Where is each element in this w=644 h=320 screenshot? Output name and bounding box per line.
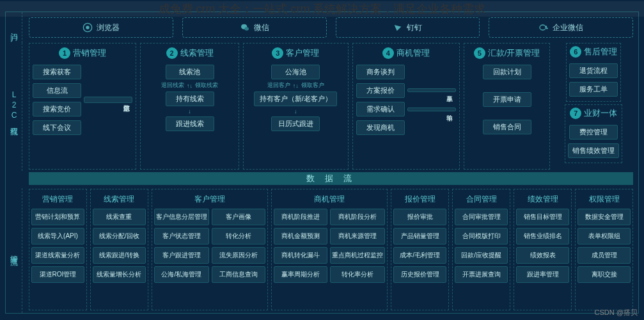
arrow-down-icon: ↓ <box>294 108 297 115</box>
group-title: 商机管理 <box>397 47 430 59</box>
portal-label: 浏览器 <box>97 22 120 33</box>
mgmt-header: 线索管理 <box>93 192 146 209</box>
portal-browser[interactable]: 浏览器 <box>29 17 173 38</box>
node-sea-pool[interactable]: 公海池 <box>271 65 320 79</box>
mgmt-item[interactable]: 赢率周期分析 <box>274 266 327 283</box>
portal-wechat[interactable]: 微信 <box>182 17 327 38</box>
mgmt-header: 绩效管理 <box>516 192 569 209</box>
l2c-area: 1 营销管理 搜索获客 信息流 搜索竞价 线下会议 数据汇总 2 线索管理 线索… <box>29 43 633 170</box>
mgmt-item[interactable]: 成员管理 <box>577 247 631 264</box>
mgmt-item[interactable]: 开票进展查询 <box>455 266 508 283</box>
mgmt-item[interactable]: 商机转化漏斗 <box>274 247 327 264</box>
node-win[interactable]: 赢单 <box>407 88 456 92</box>
label-claim-lead: 领取线索 <box>195 81 218 90</box>
mgmt-item[interactable]: 成本/毛利管理 <box>393 247 446 264</box>
mgmt-item[interactable]: 合同审批管理 <box>455 209 508 225</box>
mgmt-col: 绩效管理销售目标管理销售业绩排名绩效报表跟进率管理 <box>514 189 572 310</box>
node[interactable]: 搜索获客 <box>33 65 81 79</box>
svg-point-3 <box>244 27 249 30</box>
node-follow-lead[interactable]: 跟进线索 <box>166 116 214 131</box>
mgmt-item[interactable]: 商机来源管理 <box>330 228 385 244</box>
portal-label: 企业微信 <box>553 22 583 33</box>
node-hold-lead[interactable]: 持有线索 <box>166 92 214 106</box>
node[interactable]: 开票申请 <box>483 92 531 107</box>
mgmt-item[interactable]: 公海/私海管理 <box>154 266 209 283</box>
mgmt-item[interactable]: 重点商机过程监控 <box>330 247 385 264</box>
group-header: 5 汇款/开票管理 <box>474 47 540 59</box>
node[interactable]: 服务工单 <box>569 82 618 97</box>
mgmt-item[interactable]: 离职交接 <box>577 266 631 283</box>
mgmt-item[interactable]: 工商信息查询 <box>212 266 265 283</box>
mgmt-item[interactable]: 渠道线索量分析 <box>31 247 84 264</box>
mgmt-item[interactable]: 回款/应收提醒 <box>455 247 508 264</box>
num-badge-5: 5 <box>474 47 485 59</box>
node[interactable]: 方案报价 <box>356 83 405 98</box>
group-title: 营销管理 <box>73 47 106 59</box>
mgmt-item[interactable]: 渠道ROI管理 <box>31 266 84 283</box>
node-calendar[interactable]: 日历式跟进 <box>271 116 320 131</box>
mgmt-item[interactable]: 产品销量管理 <box>393 228 446 244</box>
node[interactable]: 费控管理 <box>569 125 618 140</box>
group-title: 售后管理 <box>584 46 617 58</box>
mgmt-item[interactable]: 转化分析 <box>212 228 265 244</box>
mgmt-item[interactable]: 营销计划和预算 <box>31 209 84 225</box>
wecom-icon <box>538 22 549 33</box>
node[interactable]: 商务谈判 <box>356 65 405 79</box>
node[interactable]: 信息流 <box>33 83 81 98</box>
group-title: 汇款/开票管理 <box>488 47 540 59</box>
node-lead-pool[interactable]: 线索池 <box>166 65 214 79</box>
node[interactable]: 发现商机 <box>356 120 405 135</box>
mgmt-item[interactable]: 线索导入(API) <box>31 228 84 244</box>
mgmt-col: 客户管理客户信息分层管理客户状态管理客户跟进管理公海/私海管理客户画像转化分析流… <box>152 189 268 310</box>
group-title: 客户管理 <box>286 47 319 59</box>
mgmt-item[interactable]: 商机阶段分析 <box>330 209 385 225</box>
mgmt-item[interactable]: 流失原因分析 <box>212 247 265 264</box>
node-lose[interactable]: 输单 <box>407 108 456 111</box>
node[interactable]: 搜索竞价 <box>33 102 81 116</box>
mgmt-col: 商机管理商机阶段推进商机金额预测商机转化漏斗赢率周期分析商机阶段分析商机来源管理… <box>271 189 388 310</box>
portal-wecom[interactable]: 企业微信 <box>489 17 633 38</box>
mgmt-item[interactable]: 客户跟进管理 <box>154 247 209 264</box>
mgmt-item[interactable]: 线索查重 <box>93 209 146 225</box>
group-aftersales: 6 售后管理 退货流程 服务工单 <box>566 43 621 102</box>
group-invoice: 5 汇款/开票管理 回款计划 开票申请 销售合同 <box>464 43 551 170</box>
node-aggregate[interactable]: 数据汇总 <box>84 97 132 103</box>
arrow-icon: ↑↓ <box>293 83 299 89</box>
svg-point-5 <box>546 26 547 28</box>
mgmt-item[interactable]: 客户状态管理 <box>154 228 209 244</box>
mgmt-item[interactable]: 商机阶段推进 <box>274 209 327 225</box>
portal-dingtalk[interactable]: 钉钉 <box>336 17 480 38</box>
mgmt-item[interactable]: 商机金额预测 <box>274 228 327 244</box>
num-badge-7: 7 <box>570 108 581 119</box>
mgmt-item[interactable]: 线索量增长分析 <box>93 266 146 283</box>
mgmt-item[interactable]: 客户画像 <box>212 209 265 225</box>
mgmt-item[interactable]: 跟进率管理 <box>516 266 569 283</box>
dataflow-bar: 数 据 流 <box>29 172 633 185</box>
mgmt-item[interactable]: 销售业绩排名 <box>516 228 569 244</box>
mgmt-item[interactable]: 线索分配/回收 <box>93 228 146 244</box>
node[interactable]: 回款计划 <box>483 65 531 79</box>
mgmt-item[interactable]: 客户信息分层管理 <box>154 209 209 225</box>
mgmt-item[interactable]: 转化率分析 <box>330 266 385 283</box>
mgmt-item[interactable]: 合同模版打印 <box>455 228 508 244</box>
mgmt-item[interactable]: 历史报价管理 <box>393 266 446 283</box>
mgmt-header: 商机管理 <box>274 192 385 209</box>
node-hold-cust[interactable]: 持有客户（新/老客户） <box>254 92 337 106</box>
node[interactable]: 销售合同 <box>483 120 531 134</box>
node[interactable]: 销售绩效管理 <box>568 143 619 158</box>
node[interactable]: 线下会议 <box>33 120 81 135</box>
mgmt-col: 报价管理报价审批产品销量管理成本/毛利管理历史报价管理 <box>391 189 449 310</box>
page-title: 成兔费 crm 大全：一站式 crm 系统解决方案，满足企业各种需求 <box>0 1 644 17</box>
mgmt-item[interactable]: 销售目标管理 <box>516 209 569 225</box>
mgmt-item[interactable]: 绩效报表 <box>516 247 569 264</box>
mgmt-item[interactable]: 表单权限组 <box>577 228 631 244</box>
mgmt-item[interactable]: 线索跟进/转换 <box>93 247 146 264</box>
mgmt-item[interactable]: 数据安全管理 <box>577 209 631 225</box>
group-right-stack: 6 售后管理 退货流程 服务工单 7 业财一体 费控管理 销售绩效管理 <box>554 43 633 170</box>
num-badge-4: 4 <box>382 47 394 59</box>
mgmt-item[interactable]: 报价审批 <box>393 209 446 225</box>
group-header: 2 线索管理 <box>166 47 214 59</box>
node[interactable]: 退货流程 <box>569 63 618 78</box>
node[interactable]: 需求确认 <box>356 102 405 116</box>
num-badge-3: 3 <box>272 47 283 59</box>
